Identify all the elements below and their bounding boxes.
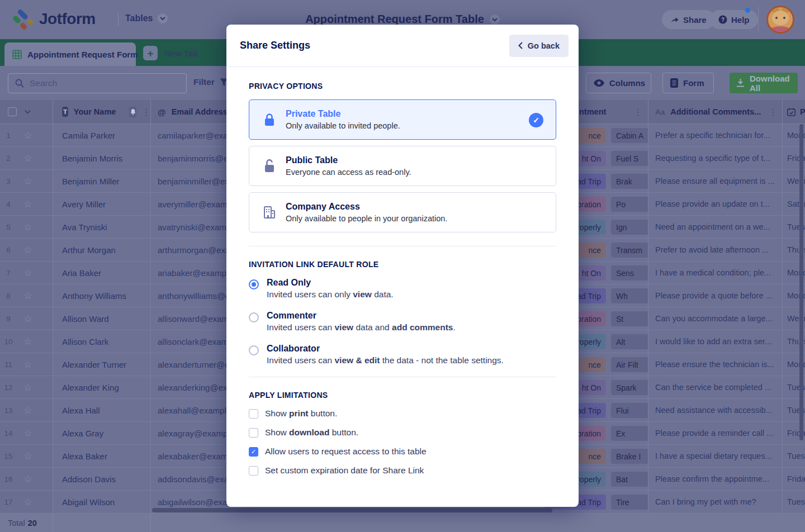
cell-your-name[interactable]: Ava Tryniski: [62, 222, 107, 232]
cell-email[interactable]: allisonward@examp: [158, 314, 233, 324]
cell-additional-comments[interactable]: Can the service be completed ...: [655, 383, 771, 392]
cell-email[interactable]: benjaminmorris@ex: [158, 154, 233, 163]
star-icon[interactable]: ☆: [23, 268, 32, 278]
radio-button[interactable]: [249, 279, 259, 289]
search-input[interactable]: [30, 78, 179, 88]
cell-your-name[interactable]: Alexander King: [62, 383, 119, 392]
cell-email[interactable]: alexabaker@exampl: [158, 452, 234, 461]
limitation-option[interactable]: ✓ Allow users to request access to this …: [249, 446, 556, 457]
cell-email[interactable]: addisondavis@exam: [158, 474, 235, 484]
cell-your-name[interactable]: Arthur Morgan: [62, 245, 116, 255]
star-icon[interactable]: ☆: [23, 245, 32, 255]
star-icon[interactable]: ☆: [23, 360, 32, 369]
cell-your-name[interactable]: Alexa Hall: [62, 406, 100, 415]
column-menu-icon[interactable]: ⋮: [634, 108, 642, 116]
cell-your-name[interactable]: Allison Clark: [62, 337, 108, 346]
star-icon[interactable]: ☆: [23, 131, 32, 140]
download-all-button[interactable]: Download All: [730, 73, 798, 93]
cell-email[interactable]: alexanderturner@ex: [158, 360, 234, 369]
cell-your-name[interactable]: Benjamin Morris: [62, 154, 122, 163]
cell-email[interactable]: averymiller@exampl: [158, 200, 234, 209]
checkbox[interactable]: [249, 466, 258, 476]
cell-email[interactable]: abigailwilson@exam: [158, 497, 234, 507]
star-icon[interactable]: ☆: [23, 154, 32, 163]
user-avatar[interactable]: [766, 6, 794, 34]
notification-bell-icon[interactable]: [129, 107, 136, 117]
checkbox[interactable]: ✓: [249, 447, 258, 457]
star-icon[interactable]: ☆: [23, 200, 32, 209]
column-menu-icon[interactable]: ⋮: [769, 108, 777, 116]
star-icon[interactable]: ☆: [23, 291, 32, 301]
cell-your-name[interactable]: Aria Baker: [62, 268, 101, 278]
cell-additional-comments[interactable]: Please ensure all equipment is ...: [655, 177, 775, 186]
vertical-scrollbar[interactable]: [799, 124, 803, 440]
cell-email[interactable]: benjaminmiller@exa: [158, 177, 234, 186]
column-header-appointment-fragment[interactable]: ntment: [579, 107, 606, 116]
checkbox[interactable]: [249, 409, 258, 419]
cell-your-name[interactable]: Alexa Gray: [62, 429, 103, 438]
search-box[interactable]: [8, 73, 187, 93]
cell-your-name[interactable]: Abigail Wilson: [62, 497, 115, 507]
cell-additional-comments[interactable]: Please provide an update on t...: [655, 200, 770, 208]
cell-preferred-date[interactable]: Tuesd: [787, 497, 805, 506]
column-menu-icon[interactable]: ⋮: [142, 108, 150, 116]
star-icon[interactable]: ☆: [23, 177, 32, 186]
help-button[interactable]: ? Help: [710, 10, 758, 29]
select-all-checkbox[interactable]: [8, 107, 17, 116]
cell-preferred-date[interactable]: Tuesd: [787, 452, 805, 460]
cell-email[interactable]: ariabaker@example.: [158, 268, 235, 278]
new-tab-button[interactable]: + New Tab: [143, 46, 198, 60]
cell-additional-comments[interactable]: Need an appointment on a we...: [655, 222, 770, 231]
chevron-down-icon[interactable]: [25, 110, 31, 114]
cell-email[interactable]: allisonclark@examp: [158, 337, 233, 346]
cell-additional-comments[interactable]: Please provide a reminder call ...: [655, 429, 773, 438]
column-header-comments[interactable]: Additional Comments...: [670, 107, 761, 116]
cell-your-name[interactable]: Addison Davis: [62, 474, 116, 484]
cell-your-name[interactable]: Allison Ward: [62, 314, 109, 324]
star-icon[interactable]: ☆: [23, 406, 32, 415]
cell-your-name[interactable]: Anthony Williams: [62, 291, 126, 301]
column-header-preferred-fragment[interactable]: Pr: [800, 107, 805, 116]
checkbox[interactable]: [249, 428, 258, 438]
column-header-your-name[interactable]: Your Name: [74, 107, 116, 116]
radio-button[interactable]: [249, 345, 259, 355]
filter-button[interactable]: Filter: [193, 77, 228, 87]
cell-email[interactable]: camilaparker@exam: [158, 131, 235, 140]
star-icon[interactable]: ☆: [23, 497, 32, 507]
role-option[interactable]: Collaborator Invited users can view & ed…: [249, 344, 556, 365]
cell-email[interactable]: anthonywilliams@ex: [158, 291, 234, 301]
cell-additional-comments[interactable]: I would like to add an extra ser...: [655, 337, 771, 346]
cell-your-name[interactable]: Alexander Turner: [62, 360, 126, 369]
cell-additional-comments[interactable]: Please provide a quote before ...: [655, 291, 773, 300]
cell-additional-comments[interactable]: Need assistance with accessib...: [655, 406, 773, 415]
cell-additional-comments[interactable]: Please ensure the technician is...: [655, 360, 774, 369]
columns-button[interactable]: Columns: [586, 73, 651, 93]
privacy-option-card[interactable]: Public Table Everyone can access as read…: [249, 146, 556, 186]
cell-email[interactable]: alexahall@example.c: [158, 406, 238, 415]
title-chevron-down-icon[interactable]: [490, 15, 500, 25]
cell-additional-comments[interactable]: Requesting a specific type of t...: [655, 154, 770, 163]
cell-email[interactable]: alexagray@example: [158, 429, 234, 438]
cell-additional-comments[interactable]: I have a special dietary reques...: [655, 452, 772, 460]
go-back-button[interactable]: Go back: [509, 35, 569, 57]
star-icon[interactable]: ☆: [23, 314, 32, 324]
star-icon[interactable]: ☆: [23, 222, 32, 232]
cell-your-name[interactable]: Avery Miller: [62, 200, 106, 209]
tab-appointment-request-form[interactable]: Appointment Request Form ⋮: [4, 42, 136, 66]
role-option[interactable]: Read Only Invited users can only view da…: [249, 278, 556, 300]
cell-email[interactable]: arthurmorgan@exar: [158, 245, 233, 255]
cell-additional-comments[interactable]: Can I bring my pet with me?: [655, 497, 756, 506]
star-icon[interactable]: ☆: [23, 337, 32, 346]
limitation-option[interactable]: Show print button.: [249, 408, 556, 419]
horizontal-scrollbar[interactable]: [152, 508, 552, 512]
share-button[interactable]: Share: [662, 10, 715, 29]
star-icon[interactable]: ☆: [23, 474, 32, 484]
column-header-email[interactable]: Email Address: [172, 107, 228, 116]
cell-additional-comments[interactable]: Can you accommodate a large...: [655, 314, 773, 323]
privacy-option-card[interactable]: Company Access Only available to people …: [249, 192, 556, 232]
cell-email[interactable]: avatryniski@exampl: [158, 222, 233, 232]
privacy-option-card[interactable]: Private Table Only available to invited …: [249, 99, 556, 140]
cell-preferred-date[interactable]: Friday: [787, 474, 805, 483]
limitation-option[interactable]: Show download button.: [249, 428, 556, 438]
cell-your-name[interactable]: Alexa Baker: [62, 452, 107, 461]
